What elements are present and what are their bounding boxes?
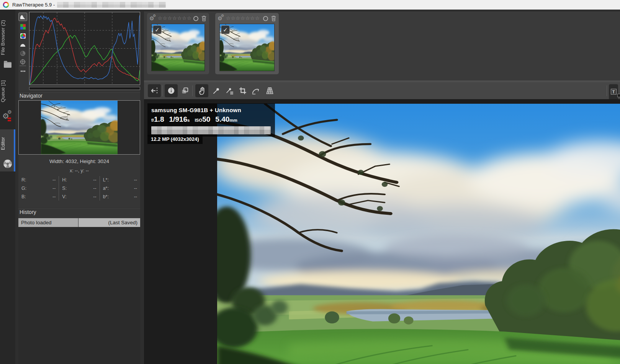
navigator-size-label: Width: 4032, Height: 3024 [18,158,140,164]
value: -- [52,184,56,192]
navigator-values: R:-- G:-- B:-- H:-- S:-- V:-- L*:-- a*:-… [18,176,140,201]
panel-corner-toggle[interactable] [617,94,620,97]
editor-toolbar: T [144,82,620,99]
rank-star-icon[interactable]: ☆ [255,15,260,22]
rawtherapee-window: RawTherapee 5.9 - File Browser (2) Queue… [0,0,620,364]
thumbnail-header: ⚙⚙ ☆☆☆☆☆☆☆ [218,14,276,23]
rank-star-icon[interactable]: ☆ [226,15,231,22]
vertical-tabstrip: File Browser (2) Queue [1] ⚙⚙ Editor [0,10,15,364]
tab-file-browser-label: File Browser (2) [0,13,15,62]
navigator-thumbnail[interactable] [41,101,118,154]
window-title: RawTherapee 5.9 - [12,2,55,8]
trash-icon[interactable] [271,15,276,21]
histogram-mode-button[interactable] [18,13,27,21]
color-label-icon[interactable] [263,16,268,21]
straighten-tool-button[interactable] [249,84,262,97]
crosshair-mode-button[interactable] [18,57,27,66]
redacted-filename [151,126,271,134]
color-pie-mode-button[interactable] [18,32,27,40]
rgb-mode-button[interactable] [18,23,27,31]
filmstrip-thumbnail-2[interactable]: ⚙⚙ ☆☆☆☆☆☆☆ ✓ [215,13,279,74]
enqueued-check-badge[interactable]: ✓ [221,25,230,34]
value-label: V: [62,193,66,201]
rank-star-icon[interactable]: ☆ [177,15,182,22]
histogram-indicator-bar [29,87,140,90]
rank-star-icon[interactable]: ☆ [231,15,236,22]
rank-stars[interactable]: ☆☆☆☆☆☆☆ [158,15,191,22]
tab-queue-label: Queue [1] [0,78,15,104]
value-label: G: [21,184,26,192]
history-entry-suffix: (Last Saved) [79,218,140,227]
value-label: R: [21,176,26,184]
rank-star-icon[interactable]: ☆ [236,15,240,22]
exposure-line: f/1.8 1/916s ISO50 5.40mm [151,115,271,124]
info-text-toggle-button[interactable]: T [609,84,618,99]
lab-column: L*:-- a*:-- b*:-- [100,176,140,201]
thumbnail-image[interactable]: ✓ [219,24,275,71]
chromaticity-mode-button[interactable] [18,49,27,57]
value: -- [93,184,96,192]
value: -- [134,193,137,201]
value-label: L*: [103,176,109,184]
rank-star-icon[interactable]: ☆ [172,15,177,22]
thumbnail-image[interactable]: ✓ [151,24,205,71]
rank-star-icon[interactable]: ☆ [182,15,186,22]
histogram-plot [29,12,140,85]
image-canvas[interactable]: samsung SM-G981B + Unknown f/1.8 1/916s … [144,99,620,364]
hide-left-panel-button[interactable] [148,84,161,97]
tab-editor[interactable]: Editor [0,129,15,171]
color-label-icon[interactable] [193,16,199,21]
focal-unit: mm [229,118,237,122]
perspective-tool-button[interactable] [263,84,276,97]
exif-overlay: samsung SM-G981B + Unknown f/1.8 1/916s … [147,103,275,137]
filmstrip-thumbnail-1[interactable]: ⚙⚙ ☆☆☆☆☆☆☆ ✓ [147,13,209,74]
filmstrip: ⚙⚙ ☆☆☆☆☆☆☆ ✓ ⚙⚙ ☆ [144,11,620,80]
value: -- [52,193,56,201]
luma-curve-button[interactable] [18,40,27,49]
iso-value: 50 [202,115,210,124]
rank-star-icon[interactable]: ☆ [250,15,255,22]
raw-indicator-bar-button[interactable] [18,68,27,75]
rank-star-icon[interactable]: ☆ [240,15,245,22]
navigator-position-label: x: --, y: -- [18,168,140,173]
rank-star-icon[interactable]: ☆ [167,15,172,22]
value: -- [93,176,96,184]
crop-tool-button[interactable] [236,84,249,97]
history-header: History [20,209,36,215]
hsv-column: H:-- S:-- V:-- [59,176,99,201]
enqueued-check-badge[interactable]: ✓ [153,25,162,34]
value-label: H: [62,176,67,184]
rank-star-icon[interactable]: ☆ [187,15,191,22]
titlebar: RawTherapee 5.9 - [0,0,620,10]
profile-gear-icon[interactable]: ⚙⚙ [149,15,156,22]
camera-label: samsung SM-G981B + Unknown [151,107,271,113]
text-overlay-icon: T [611,89,617,95]
rank-star-icon[interactable]: ☆ [158,15,162,22]
color-picker-button[interactable] [210,84,223,97]
history-entry[interactable]: Photo loaded (Last Saved) [18,218,140,227]
info-button[interactable] [165,84,178,97]
history-list [18,227,140,364]
rank-star-icon[interactable]: ☆ [245,15,250,22]
value: -- [93,193,96,201]
redacted-filename [57,2,166,8]
rank-star-icon[interactable]: ☆ [163,15,167,22]
aperture-prefix: f/ [151,118,154,122]
left-panel: Navigator Width: 4032, Height: 3024 x: -… [18,11,140,364]
photo-preview[interactable] [217,104,620,364]
iso-label: ISO [195,118,202,122]
lockable-picker-button[interactable] [223,84,236,97]
hand-tool-button[interactable] [195,84,208,97]
navigator-header: Navigator [20,93,43,99]
value-label: b*: [103,193,109,201]
aperture-icon [3,160,12,168]
divider [162,85,163,96]
history-entry-label[interactable]: Photo loaded [18,218,79,227]
before-after-view-button[interactable] [178,84,191,97]
trash-icon[interactable] [201,15,207,21]
shutter-unit: s [187,118,190,122]
navigator-preview[interactable] [18,100,140,155]
profile-gear-icon[interactable]: ⚙⚙ [218,15,224,22]
value-label: S: [62,184,67,192]
rank-stars[interactable]: ☆☆☆☆☆☆☆ [226,15,260,22]
